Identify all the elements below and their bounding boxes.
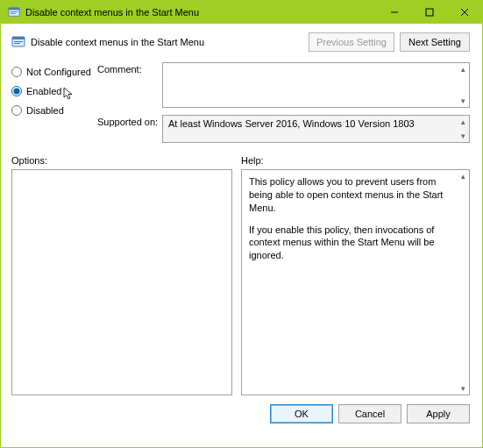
radio-disabled[interactable]: Disabled bbox=[11, 101, 97, 120]
help-scrollbar[interactable]: ▴ ▾ bbox=[457, 170, 469, 395]
radio-input-disabled[interactable] bbox=[11, 105, 22, 116]
supported-scrollbar[interactable]: ▴ ▾ bbox=[457, 116, 469, 142]
options-panel bbox=[11, 169, 232, 395]
svg-rect-10 bbox=[14, 41, 23, 42]
cancel-button[interactable]: Cancel bbox=[338, 404, 401, 423]
policy-title: Disable context menus in the Start Menu bbox=[31, 37, 204, 47]
options-label: Options: bbox=[11, 155, 241, 166]
next-setting-button[interactable]: Next Setting bbox=[400, 32, 470, 52]
scroll-up-icon[interactable]: ▴ bbox=[457, 170, 469, 182]
panels-row: This policy allows you to prevent users … bbox=[1, 169, 482, 395]
cursor-icon bbox=[63, 87, 74, 101]
scroll-up-icon[interactable]: ▴ bbox=[457, 116, 469, 128]
comment-label: Comment: bbox=[97, 62, 162, 75]
previous-setting-button[interactable]: Previous Setting bbox=[309, 32, 394, 52]
ok-button[interactable]: OK bbox=[270, 404, 333, 423]
title-bar: Disable context menus in the Start Menu bbox=[1, 1, 482, 24]
dialog-window: Disable context menus in the Start Menu … bbox=[0, 0, 483, 448]
policy-header: Disable context menus in the Start Menu … bbox=[1, 24, 482, 62]
scroll-down-icon[interactable]: ▾ bbox=[457, 382, 469, 395]
window-title: Disable context menus in the Start Menu bbox=[25, 7, 199, 18]
svg-rect-5 bbox=[426, 9, 433, 16]
radio-label-enabled: Enabled bbox=[26, 86, 61, 96]
policy-icon bbox=[8, 6, 20, 18]
svg-rect-9 bbox=[12, 37, 25, 39]
help-paragraph: This policy allows you to prevent users … bbox=[249, 175, 455, 215]
radio-label-disabled: Disabled bbox=[26, 105, 64, 116]
scroll-up-icon[interactable]: ▴ bbox=[457, 63, 469, 75]
supported-on-label: Supported on: bbox=[97, 115, 162, 127]
config-area: Not Configured Enabled Disabled Comment: bbox=[1, 62, 482, 143]
minimize-button[interactable] bbox=[377, 1, 412, 24]
radio-input-enabled[interactable] bbox=[11, 86, 22, 96]
supported-on-box: At least Windows Server 2016, Windows 10… bbox=[162, 115, 470, 143]
scroll-down-icon[interactable]: ▾ bbox=[457, 95, 469, 107]
help-panel: This policy allows you to prevent users … bbox=[241, 169, 470, 395]
state-radio-group: Not Configured Enabled Disabled bbox=[11, 62, 97, 143]
policy-icon bbox=[11, 35, 25, 49]
radio-input-not-configured[interactable] bbox=[11, 67, 22, 77]
help-label: Help: bbox=[241, 155, 264, 166]
radio-enabled[interactable]: Enabled bbox=[11, 82, 97, 101]
apply-button[interactable]: Apply bbox=[407, 404, 470, 423]
maximize-button[interactable] bbox=[412, 1, 447, 24]
svg-rect-3 bbox=[11, 13, 16, 14]
comment-scrollbar[interactable]: ▴ ▾ bbox=[457, 63, 469, 107]
close-button[interactable] bbox=[447, 1, 482, 24]
svg-rect-2 bbox=[11, 11, 18, 12]
panel-labels: Options: Help: bbox=[1, 143, 482, 169]
radio-label-not-configured: Not Configured bbox=[26, 67, 91, 77]
dialog-footer: OK Cancel Apply bbox=[1, 395, 482, 432]
svg-rect-11 bbox=[14, 43, 20, 44]
radio-not-configured[interactable]: Not Configured bbox=[11, 62, 97, 82]
comment-textarea[interactable]: ▴ ▾ bbox=[162, 62, 470, 108]
supported-on-value: At least Windows Server 2016, Windows 10… bbox=[168, 118, 415, 129]
scroll-down-icon[interactable]: ▾ bbox=[457, 130, 469, 142]
svg-rect-1 bbox=[9, 8, 19, 11]
help-paragraph: If you enable this policy, then invocati… bbox=[249, 224, 455, 263]
